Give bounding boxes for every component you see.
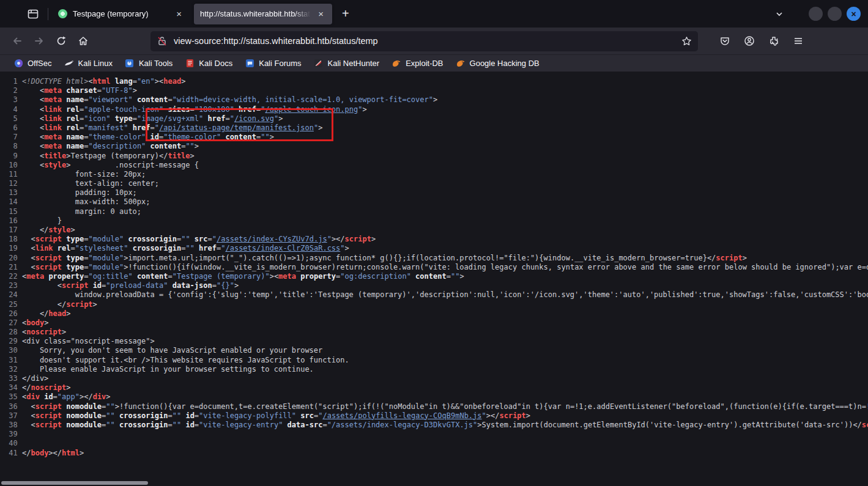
source-token: "" — [185, 142, 194, 150]
maximize-button[interactable] — [828, 7, 842, 21]
source-token: Please enable JavaScript in your browser… — [22, 365, 314, 374]
source-token: = — [133, 114, 137, 123]
source-token: data-src — [287, 421, 323, 429]
home-button[interactable] — [73, 31, 94, 51]
source-token: " — [212, 235, 217, 243]
source-line: 4 <link rel="apple-touch-icon" sizes="18… — [0, 105, 868, 114]
source-token: "stylesheet" — [75, 244, 128, 252]
source-token: > — [526, 411, 530, 420]
line-number: 34 — [0, 383, 22, 392]
back-button[interactable] — [7, 31, 28, 51]
source-token: crossorigin — [119, 421, 168, 429]
bookmark-item[interactable]: Kali NetHunter — [309, 57, 385, 70]
source-line: 28<noscript> — [0, 328, 868, 337]
bookmark-star-icon[interactable] — [681, 36, 692, 46]
source-token: lang — [115, 77, 133, 86]
line-number: 7 — [0, 133, 22, 142]
url-text[interactable]: view-source:http://status.whiterabbit.ht… — [174, 36, 677, 46]
source-line: 26 </head> — [0, 309, 868, 318]
source-link[interactable]: /icon.svg — [234, 114, 274, 123]
bookmark-item[interactable]: OffSec — [9, 57, 57, 70]
menu-button[interactable] — [788, 31, 809, 51]
kali-docs-icon — [185, 59, 195, 68]
source-token: body — [26, 318, 44, 327]
line-number: 20 — [0, 254, 22, 263]
insecure-lock-icon[interactable] — [157, 35, 168, 46]
tab-testpage[interactable]: Testpage (temporary) × — [52, 4, 190, 24]
kali-nethunter-icon — [314, 59, 324, 68]
source-token: link — [44, 123, 62, 132]
source-token: html — [62, 449, 80, 457]
extensions-button[interactable] — [763, 31, 784, 51]
source-line: 32 Please enable JavaScript in your brow… — [0, 365, 868, 374]
source-link[interactable]: /apple-touch-icon.png — [265, 105, 358, 114]
source-link[interactable]: /assets/index-ClrZ0SaR.css — [225, 244, 340, 252]
source-line: 10 <style> .noscript-message { — [0, 161, 868, 170]
source-line: 39 — [0, 430, 868, 439]
source-token: noscript — [26, 328, 62, 336]
forward-button[interactable] — [29, 31, 50, 51]
source-token: = — [133, 77, 137, 86]
source-link[interactable]: /assets/polyfills-legacy-COqB9mNb.js — [322, 411, 481, 420]
tab-close-icon[interactable]: × — [174, 8, 184, 20]
close-window-button[interactable]: × — [847, 7, 861, 21]
bookmark-item[interactable]: Kali Tools — [120, 57, 177, 70]
reload-button[interactable] — [51, 31, 72, 51]
source-token: meta — [44, 133, 62, 141]
source-token: </ — [22, 383, 31, 392]
bookmark-item[interactable]: Kali Linux — [59, 57, 117, 70]
line-number: 25 — [0, 300, 22, 309]
bookmark-item[interactable]: Exploit-DB — [387, 57, 448, 70]
source-token: < — [22, 421, 35, 429]
tab-close-icon[interactable]: × — [316, 8, 326, 20]
source-token: .noscript-message { — [70, 161, 199, 169]
source-token: name — [66, 95, 84, 104]
source-token: "viewport" — [88, 95, 132, 104]
source-token: </ — [22, 226, 48, 234]
source-token: script — [35, 235, 62, 243]
source-link[interactable]: /assets/index-CYsZUv7d.js — [217, 235, 327, 243]
pocket-button[interactable] — [714, 31, 735, 51]
bookmark-item[interactable]: Kali Forums — [240, 57, 306, 70]
source-token: > — [234, 281, 239, 290]
source-line: 21 <script type="module">!function(){if(… — [0, 263, 868, 272]
source-token: "module" — [88, 235, 124, 243]
source-token: = — [168, 272, 172, 281]
source-token: " — [327, 235, 332, 243]
horizontal-scrollbar[interactable] — [1, 481, 148, 485]
source-token — [53, 244, 57, 252]
source-token: " — [482, 411, 486, 420]
source-token: "theme-color" — [163, 133, 221, 141]
source-line: 37 <script nomodule="" crossorigin="" id… — [0, 411, 868, 421]
source-token: > — [743, 254, 747, 262]
new-tab-button[interactable]: + — [336, 6, 355, 22]
line-number: 5 — [0, 114, 22, 123]
source-token: "vite-legacy-entry" — [199, 421, 283, 429]
bookmark-item[interactable]: Kali Docs — [180, 57, 237, 70]
source-token: "" — [261, 133, 269, 141]
source-line: 17 </style> — [0, 226, 868, 235]
tab-view-source[interactable]: http://status.whiterabbit.htb/status/tem… — [194, 4, 332, 24]
source-token: content — [150, 142, 182, 150]
bookmark-label: Exploit-DB — [406, 59, 443, 68]
url-bar[interactable]: view-source:http://status.whiterabbit.ht… — [150, 31, 698, 51]
minimize-button[interactable] — [809, 7, 823, 21]
bookmark-item[interactable]: Google Hacking DB — [451, 57, 544, 70]
tab-title: Testpage (temporary) — [73, 9, 169, 18]
source-token: "manifest" — [84, 123, 128, 132]
source-token — [111, 77, 115, 86]
source-token: import.meta.url;import("_").catch(()=>1)… — [128, 254, 707, 262]
source-line: 29<div class="noscript-message"> — [0, 337, 868, 346]
account-button[interactable] — [739, 31, 760, 51]
list-all-tabs-button[interactable] — [774, 9, 784, 19]
line-number: 13 — [0, 188, 22, 197]
source-line: 27<body> — [0, 318, 868, 328]
source-token: = — [97, 86, 102, 95]
source-link[interactable]: /api/status-page/temp/manifest.json — [159, 123, 314, 132]
source-line: 35<div id="app"></div> — [0, 392, 868, 402]
exploit-db-icon — [391, 59, 401, 68]
source-token: "vite-legacy-polyfill" — [199, 411, 296, 420]
source-token: </div> — [22, 374, 48, 383]
source-token — [128, 123, 132, 132]
firefox-view-button[interactable] — [22, 4, 44, 24]
